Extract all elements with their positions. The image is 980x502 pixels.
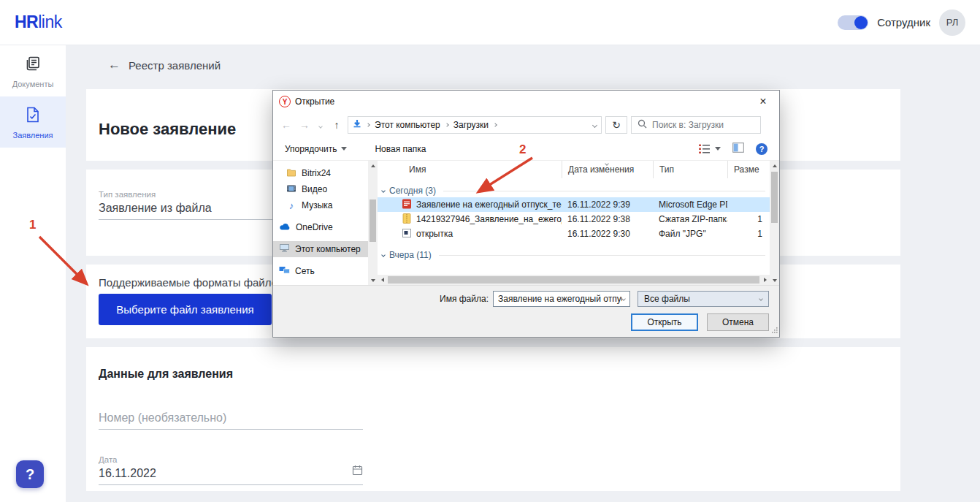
breadcrumb-chevron-icon	[445, 123, 449, 127]
image-file-icon	[402, 228, 412, 240]
file-row-zip[interactable]: 14219327946_Заявление_на_ежегодны... 16.…	[378, 212, 770, 227]
scroll-up-icon[interactable]	[368, 161, 378, 170]
cancel-button[interactable]: Отмена	[707, 313, 769, 331]
file-date: 16.11.2022 9:39	[562, 199, 653, 210]
address-dropdown-icon[interactable]	[592, 122, 597, 127]
filename-input[interactable]: Заявление на ежегодный отпуск_тест	[493, 291, 630, 307]
sidebar-item-documents[interactable]: Документы	[0, 45, 66, 96]
choose-file-button[interactable]: Выберите файл заявления	[99, 294, 272, 325]
tree-item-this-pc[interactable]: Этот компьютер	[273, 241, 368, 257]
new-folder-button[interactable]: Новая папка	[375, 144, 426, 154]
address-bar[interactable]: Этот компьютер Загрузки	[348, 116, 602, 134]
scroll-down-icon[interactable]	[770, 275, 779, 285]
column-header-type[interactable]: Тип	[653, 161, 727, 178]
tree-scrollbar-thumb[interactable]	[370, 199, 376, 242]
column-header-name[interactable]: Имя	[378, 161, 562, 178]
breadcrumb-root[interactable]: Этот компьютер	[375, 120, 440, 130]
group-header-today[interactable]: Сегодня (3)	[378, 184, 770, 197]
preview-pane-button[interactable]	[732, 142, 744, 155]
nav-back-button[interactable]: ←	[279, 119, 294, 131]
application-data-panel: Данные для заявления Номер (необязательн…	[86, 347, 900, 491]
search-icon	[638, 119, 647, 131]
filename-dropdown-icon[interactable]	[621, 297, 626, 301]
sidebar-item-applications[interactable]: Заявления	[0, 96, 66, 148]
logo-link-part: link	[38, 12, 62, 31]
file-type: Сжатая ZIP-папка	[653, 214, 727, 224]
role-toggle[interactable]	[838, 15, 868, 30]
file-size: 1	[727, 214, 770, 224]
scroll-down-icon[interactable]	[368, 275, 378, 285]
number-placeholder: Номер (необязательно)	[99, 411, 363, 425]
details-view-button[interactable]	[698, 144, 721, 154]
filename-label: Имя файла:	[273, 294, 489, 304]
computer-icon	[279, 243, 290, 255]
filetype-select[interactable]: Все файлы	[638, 291, 769, 307]
application-doc-icon	[25, 106, 41, 126]
back-link[interactable]: ← Реестр заявлений	[108, 58, 221, 72]
file-size: 1	[727, 229, 770, 239]
zip-file-icon	[402, 213, 412, 226]
organize-menu[interactable]: Упорядочить	[285, 144, 347, 154]
calendar-icon[interactable]	[352, 465, 363, 479]
filename-value: Заявление на ежегодный отпуск_тест	[498, 294, 622, 304]
group-header-yesterday[interactable]: Вчера (11)	[378, 248, 770, 262]
new-folder-label: Новая папка	[375, 144, 426, 154]
nav-up-button[interactable]: ↑	[329, 119, 344, 131]
column-header-date[interactable]: Дата изменения	[562, 161, 653, 178]
date-input[interactable]: Дата 16.11.2022	[99, 455, 363, 485]
tree-item-network[interactable]: Сеть	[273, 263, 368, 279]
top-bar: HRlink Сотрудник РЛ	[0, 0, 980, 45]
help-button[interactable]: ?	[16, 460, 44, 488]
file-date: 16.11.2022 9:30	[562, 229, 653, 239]
tree-item-label: Bitrix24	[302, 168, 331, 178]
sidebar-item-label: Документы	[12, 80, 54, 88]
role-label: Сотрудник	[877, 16, 930, 28]
breadcrumb-chevron-icon	[493, 123, 497, 127]
scroll-up-icon[interactable]	[770, 161, 779, 170]
dialog-body: Bitrix24 Видео ♪ Музыка OneDrive Этот ко…	[273, 161, 779, 285]
scroll-right-icon[interactable]	[760, 275, 770, 285]
number-input[interactable]: Номер (необязательно)	[99, 411, 363, 430]
horizontal-scrollbar-thumb[interactable]	[388, 276, 759, 284]
tree-item-video[interactable]: Видео	[273, 181, 368, 197]
resize-grip[interactable]	[771, 325, 778, 335]
list-scrollbar[interactable]	[770, 161, 779, 285]
video-icon	[286, 183, 296, 196]
dialog-help-button[interactable]: ?	[756, 143, 767, 155]
back-link-label: Реестр заявлений	[129, 59, 221, 72]
dialog-title-bar[interactable]: Y Открытие ×	[273, 91, 779, 113]
file-rows-area: Сегодня (3) Заявление на ежегодный отпус…	[378, 178, 770, 275]
avatar[interactable]: РЛ	[939, 9, 965, 36]
topbar-right-controls: Сотрудник РЛ	[838, 9, 965, 36]
file-row-pdf[interactable]: Заявление на ежегодный отпуск_тест 16.11…	[378, 197, 770, 212]
filetype-value: Все файлы	[644, 294, 759, 304]
tree-item-onedrive[interactable]: OneDrive	[273, 219, 368, 235]
filetype-dropdown-icon	[759, 297, 763, 301]
search-placeholder: Поиск в: Загрузки	[652, 120, 724, 130]
folder-tree: Bitrix24 Видео ♪ Музыка OneDrive Этот ко…	[273, 161, 368, 285]
close-icon[interactable]: ×	[747, 91, 779, 113]
downloads-folder-icon	[353, 119, 361, 131]
column-header-size[interactable]: Разме	[727, 161, 770, 178]
tree-item-music[interactable]: ♪ Музыка	[273, 197, 368, 213]
tree-item-label: Музыка	[302, 200, 332, 210]
scroll-left-icon[interactable]	[378, 275, 387, 285]
search-input[interactable]: Поиск в: Загрузки	[631, 116, 761, 134]
breadcrumb-folder[interactable]: Загрузки	[453, 120, 489, 130]
file-row-jpg[interactable]: открытка 16.11.2022 9:30 Файл "JPG" 1	[378, 227, 770, 241]
tree-scrollbar[interactable]	[368, 161, 378, 285]
sidebar-item-label: Заявления	[12, 131, 53, 140]
recent-locations-dropdown[interactable]	[315, 120, 326, 130]
open-button[interactable]: Открыть	[631, 313, 698, 331]
refresh-button[interactable]: ↻	[605, 116, 627, 134]
file-date: 16.11.2022 9:38	[562, 214, 653, 224]
nav-forward-button[interactable]: →	[297, 119, 312, 131]
yandex-browser-icon: Y	[279, 96, 291, 107]
list-scrollbar-thumb[interactable]	[771, 172, 778, 223]
back-arrow-icon: ←	[108, 58, 120, 72]
tree-item-label: Сеть	[295, 266, 315, 276]
hrlink-logo[interactable]: HRlink	[15, 12, 62, 32]
horizontal-scrollbar[interactable]	[378, 275, 770, 285]
tree-item-bitrix24[interactable]: Bitrix24	[273, 165, 368, 181]
organize-caret-icon	[341, 147, 347, 151]
